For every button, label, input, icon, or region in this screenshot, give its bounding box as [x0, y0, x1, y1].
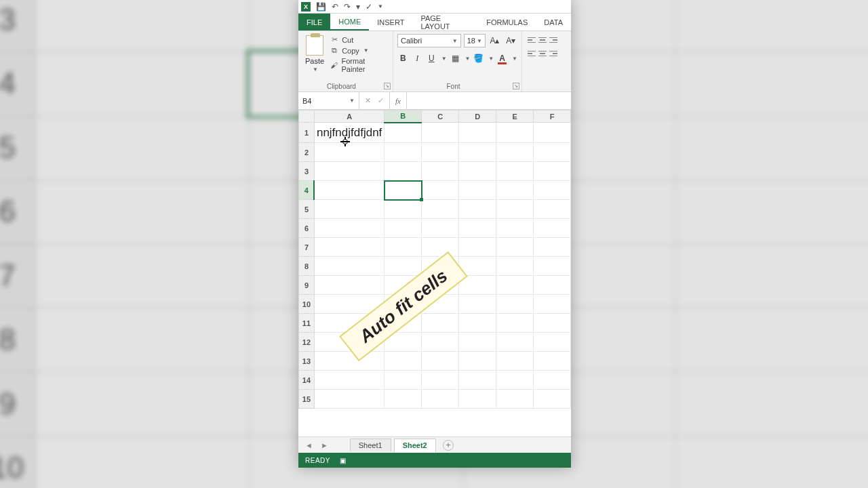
col-header-e[interactable]: E: [496, 110, 534, 123]
tab-home[interactable]: HOME: [330, 14, 369, 30]
cell[interactable]: [314, 181, 384, 200]
cell[interactable]: [534, 276, 571, 295]
filter-icon[interactable]: ▾: [356, 2, 360, 12]
cell[interactable]: [459, 333, 496, 352]
fill-color-button[interactable]: 🪣: [473, 52, 484, 65]
cut-button[interactable]: ✂ Cut: [330, 35, 389, 44]
row-header-12[interactable]: 12: [299, 333, 315, 352]
cell[interactable]: [534, 143, 571, 162]
cell[interactable]: [459, 238, 496, 257]
cell[interactable]: [384, 162, 422, 181]
cell[interactable]: [422, 295, 459, 314]
cell[interactable]: [459, 143, 496, 162]
cell[interactable]: [422, 219, 459, 238]
cell[interactable]: [314, 162, 384, 181]
fx-icon[interactable]: fx: [390, 92, 407, 109]
cell[interactable]: [422, 238, 459, 257]
cell[interactable]: [496, 238, 534, 257]
cell[interactable]: [314, 333, 384, 352]
copy-button[interactable]: ⧉ Copy ▼: [330, 46, 389, 55]
cell[interactable]: [534, 371, 571, 390]
cell[interactable]: [534, 200, 571, 219]
cell[interactable]: [496, 143, 534, 162]
cell-a1[interactable]: nnjfndjfdfjdnf: [314, 123, 384, 143]
cell[interactable]: [534, 257, 571, 276]
row-header-2[interactable]: 2: [299, 143, 315, 162]
tab-page-layout[interactable]: PAGE LAYOUT: [412, 14, 478, 30]
cell[interactable]: [314, 314, 384, 333]
cell[interactable]: [459, 200, 496, 219]
cell[interactable]: [314, 219, 384, 238]
cell[interactable]: [422, 257, 459, 276]
row-header-15[interactable]: 15: [299, 390, 315, 409]
cell[interactable]: [534, 219, 571, 238]
cell[interactable]: [459, 295, 496, 314]
cell[interactable]: [384, 390, 422, 409]
sheet-nav-next[interactable]: ►: [318, 441, 331, 449]
cell[interactable]: [459, 276, 496, 295]
row-header-8[interactable]: 8: [299, 257, 315, 276]
cell-c1[interactable]: [422, 123, 459, 143]
row-header-14[interactable]: 14: [299, 371, 315, 390]
cell[interactable]: [534, 390, 571, 409]
sheet-tab-sheet2[interactable]: Sheet2: [394, 439, 436, 453]
cell[interactable]: [496, 371, 534, 390]
cell[interactable]: [314, 371, 384, 390]
cell[interactable]: [384, 276, 422, 295]
cell[interactable]: [384, 314, 422, 333]
enter-icon[interactable]: ✓: [378, 96, 384, 105]
cell-d1[interactable]: [459, 123, 496, 143]
cell-b4[interactable]: [384, 181, 422, 200]
cell[interactable]: [459, 181, 496, 200]
align-center-button[interactable]: [538, 49, 547, 58]
row-header-13[interactable]: 13: [299, 352, 315, 371]
cell[interactable]: [496, 276, 534, 295]
underline-button[interactable]: U: [426, 52, 437, 65]
cell[interactable]: [422, 162, 459, 181]
bold-button[interactable]: B: [397, 52, 409, 65]
cell[interactable]: [534, 162, 571, 181]
align-bottom-button[interactable]: [549, 35, 557, 45]
cell[interactable]: [459, 390, 496, 409]
cell[interactable]: [496, 352, 534, 371]
cell[interactable]: [384, 200, 422, 219]
cell-f1[interactable]: [534, 123, 571, 143]
cell[interactable]: [534, 181, 571, 200]
cell[interactable]: [384, 143, 422, 162]
cell[interactable]: [314, 390, 384, 409]
cell-b1[interactable]: [384, 123, 422, 143]
cell[interactable]: [534, 314, 571, 333]
cell[interactable]: [459, 162, 496, 181]
dialog-launcher-icon[interactable]: ↘: [513, 83, 519, 89]
select-all-corner[interactable]: [299, 110, 315, 123]
cell[interactable]: [496, 314, 534, 333]
worksheet[interactable]: A B C D E F 1 nnjfndjfdfjdnf 2 3 4 5 6 7…: [298, 110, 571, 436]
cell[interactable]: [496, 181, 534, 200]
align-left-button[interactable]: [528, 49, 536, 58]
chevron-down-icon[interactable]: ▼: [488, 56, 494, 62]
cell[interactable]: [422, 314, 459, 333]
paste-button[interactable]: Paste ▼: [302, 34, 327, 74]
add-sheet-button[interactable]: ＋: [443, 440, 454, 451]
cell[interactable]: [459, 371, 496, 390]
italic-button[interactable]: I: [412, 52, 423, 65]
cell[interactable]: [384, 219, 422, 238]
chevron-down-icon[interactable]: ▼: [465, 56, 470, 62]
row-header-9[interactable]: 9: [299, 276, 315, 295]
cell[interactable]: [314, 352, 384, 371]
cell[interactable]: [422, 200, 459, 219]
tab-insert[interactable]: INSERT: [369, 14, 412, 30]
macro-record-icon[interactable]: ▣: [340, 457, 347, 464]
format-painter-button[interactable]: 🖌 Format Painter: [330, 57, 389, 73]
font-color-button[interactable]: A: [496, 52, 508, 65]
cell[interactable]: [384, 371, 422, 390]
name-box[interactable]: B4 ▼: [298, 92, 359, 109]
chevron-down-icon[interactable]: ▼: [512, 56, 517, 62]
col-header-b[interactable]: B: [384, 110, 422, 123]
sheet-tab-sheet1[interactable]: Sheet1: [350, 439, 391, 451]
tab-data[interactable]: DATA: [536, 14, 571, 30]
cell[interactable]: [422, 352, 459, 371]
cell[interactable]: [422, 333, 459, 352]
cell[interactable]: [422, 181, 459, 200]
tab-formulas[interactable]: FORMULAS: [478, 14, 536, 30]
